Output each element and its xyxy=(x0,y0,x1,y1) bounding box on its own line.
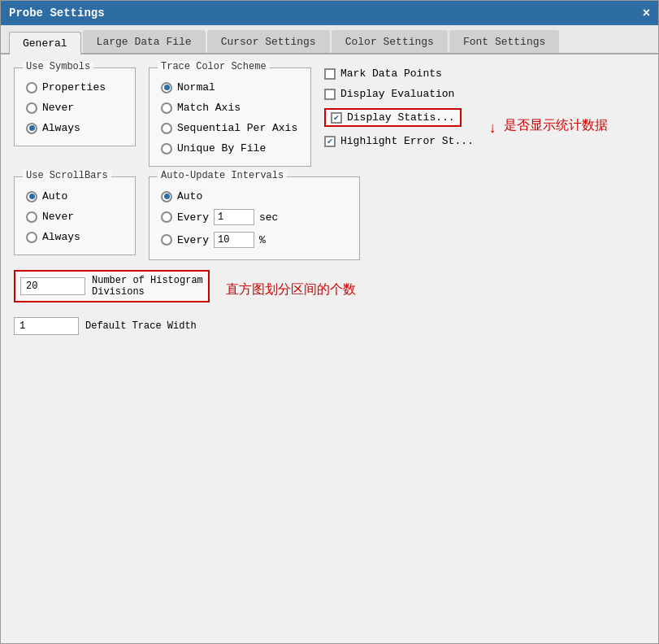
scrollbars-always-label: Always xyxy=(42,231,80,243)
scrollbars-always[interactable]: Always xyxy=(26,231,124,243)
annotation-arrow: ↓ xyxy=(488,120,497,137)
mark-data-points-label: Mark Data Points xyxy=(340,67,442,80)
interval-every2-label: Every xyxy=(177,234,209,246)
radio-normal xyxy=(161,82,172,94)
use-symbols-group: Use Symbols Properties Never Always xyxy=(14,67,136,146)
trace-match-axis-label: Match Axis xyxy=(177,102,241,114)
trace-width-label: Default Trace Width xyxy=(85,320,197,332)
scrollbars-options: Auto Never Always xyxy=(26,190,124,243)
trace-width-input[interactable] xyxy=(14,317,79,335)
histogram-label: Number of HistogramDivisions xyxy=(92,275,203,298)
interval-auto-label: Auto xyxy=(177,190,202,202)
scrollbars-auto-label: Auto xyxy=(42,190,67,202)
tab-color-settings[interactable]: Color Settings xyxy=(332,30,448,53)
interval-auto: Auto xyxy=(161,190,348,202)
use-symbols-title: Use Symbols xyxy=(23,61,93,72)
window-title: Probe Settings xyxy=(9,7,105,20)
use-symbols-options: Properties Never Always xyxy=(26,81,124,134)
radio-scrollbars-never xyxy=(26,211,37,223)
display-statis[interactable]: ✔ Display Statis... xyxy=(331,111,455,124)
checkbox-highlight: ✔ xyxy=(324,136,336,147)
checkbox-mark xyxy=(324,68,336,80)
use-symbols-properties[interactable]: Properties xyxy=(26,81,124,94)
radio-sequential xyxy=(161,123,172,134)
tab-large-data-file[interactable]: Large Data File xyxy=(83,30,206,53)
bottom-area: Number of HistogramDivisions 直方图划分区间的个数 … xyxy=(14,270,645,335)
checkbox-display-eval xyxy=(324,89,336,100)
scrollbars-never[interactable]: Never xyxy=(26,211,124,223)
display-evaluation[interactable]: Display Evaluation xyxy=(324,88,645,100)
trace-normal[interactable]: Normal xyxy=(161,81,299,94)
display-statis-container: ✔ Display Statis... xyxy=(324,108,462,127)
tab-font-settings[interactable]: Font Settings xyxy=(449,30,559,53)
content-area: Use Symbols Properties Never Always xyxy=(1,54,658,643)
interval-every1-input[interactable] xyxy=(214,209,254,225)
trace-color-title: Trace Color Scheme xyxy=(158,61,270,72)
auto-update-group: Auto-Update Intervals Auto Every sec xyxy=(149,176,360,260)
trace-match-axis[interactable]: Match Axis xyxy=(161,102,299,114)
use-symbols-never[interactable]: Never xyxy=(26,102,124,114)
radio-interval-auto[interactable] xyxy=(161,191,172,202)
radio-always xyxy=(26,123,37,134)
display-evaluation-label: Display Evaluation xyxy=(340,88,454,100)
annotation1: ↓ 是否显示统计数据 xyxy=(483,135,608,152)
interval-every2-unit: % xyxy=(259,234,266,246)
window: Probe Settings × General Large Data File… xyxy=(0,0,659,644)
checkbox-statis: ✔ xyxy=(331,112,342,124)
use-symbols-always[interactable]: Always xyxy=(26,122,124,134)
radio-interval-every1[interactable] xyxy=(161,211,172,223)
use-scrollbars-group: Use ScrollBars Auto Never Always xyxy=(14,176,136,255)
annotation-text1: 是否显示统计数据 xyxy=(504,117,608,134)
radio-unique-file xyxy=(161,143,172,154)
tab-bar: General Large Data File Cursor Settings … xyxy=(1,25,658,54)
use-symbols-never-label: Never xyxy=(42,102,74,114)
annotation-text2: 直方图划分区间的个数 xyxy=(226,281,356,298)
interval-every1-unit: sec xyxy=(259,211,278,224)
trace-unique-file-label: Unique By File xyxy=(177,142,266,154)
tab-general[interactable]: General xyxy=(9,32,81,54)
use-scrollbars-title: Use ScrollBars xyxy=(23,170,111,181)
display-statis-label: Display Statis... xyxy=(347,111,455,124)
title-bar: Probe Settings × xyxy=(1,1,658,25)
radio-match-axis xyxy=(161,102,172,114)
trace-unique-file[interactable]: Unique By File xyxy=(161,142,299,154)
trace-sequential[interactable]: Sequential Per Axis xyxy=(161,122,299,134)
trace-normal-label: Normal xyxy=(177,81,215,94)
interval-every2: Every % xyxy=(161,232,348,248)
use-symbols-properties-label: Properties xyxy=(42,81,106,94)
interval-every1-label: Every xyxy=(177,211,209,224)
highlight-error-label: Highlight Error St... xyxy=(340,135,474,147)
radio-properties xyxy=(26,82,37,94)
interval-every2-input[interactable] xyxy=(214,232,254,248)
radio-interval-every2[interactable] xyxy=(161,234,172,246)
trace-color-group: Trace Color Scheme Normal Match Axis Seq… xyxy=(149,67,311,167)
scrollbars-never-label: Never xyxy=(42,211,74,223)
trace-color-options: Normal Match Axis Sequential Per Axis Un… xyxy=(161,81,299,154)
highlight-error[interactable]: ✔ Highlight Error St... xyxy=(324,135,474,147)
histogram-input[interactable] xyxy=(20,277,85,295)
interval-every1: Every sec xyxy=(161,209,348,225)
trace-sequential-label: Sequential Per Axis xyxy=(177,122,297,134)
radio-never xyxy=(26,102,37,114)
scrollbars-auto[interactable]: Auto xyxy=(26,190,124,202)
histogram-row: Number of HistogramDivisions xyxy=(14,270,210,302)
close-button[interactable]: × xyxy=(643,6,650,20)
tab-cursor-settings[interactable]: Cursor Settings xyxy=(207,30,330,53)
radio-scrollbars-always xyxy=(26,232,37,243)
auto-update-title: Auto-Update Intervals xyxy=(158,170,287,181)
intervals-area: Auto Every sec Every % xyxy=(161,190,348,248)
radio-scrollbars-auto xyxy=(26,191,37,202)
trace-width-row: Default Trace Width xyxy=(14,317,645,335)
right-panel: Mark Data Points Display Evaluation ✔ Di… xyxy=(324,67,645,155)
use-symbols-always-label: Always xyxy=(42,122,80,134)
mark-data-points[interactable]: Mark Data Points xyxy=(324,67,645,80)
